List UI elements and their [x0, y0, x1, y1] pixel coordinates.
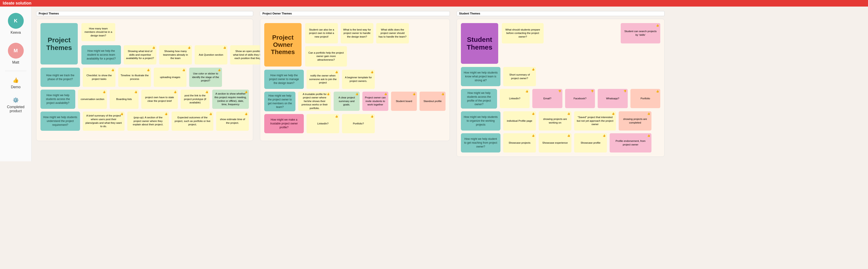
- hmw-access-profile: How might we help students access the pr…: [461, 89, 497, 109]
- student-themes-section: Student Themes Student Themes What shoul…: [457, 11, 664, 157]
- note-short-summary: 👍Short summary of project owner?: [503, 67, 536, 86]
- note-student-board: 👍Student board: [391, 92, 417, 111]
- project-themes-panel: Project Themes How many team members sho…: [36, 19, 253, 141]
- note-showcase-experience: 👍Showcase experience: [539, 133, 571, 152]
- note-ask-question: 👍Ask Question section: [195, 45, 227, 64]
- note-facebook-st: 👎Facebook?: [565, 89, 595, 108]
- note-post-link: 👍post the link to the project prototype …: [181, 90, 210, 109]
- note-whatsapp-st: 👎Whatsapp?: [598, 89, 627, 108]
- note-checklist: 👍Checklist: to show the project tasks: [83, 68, 116, 87]
- sidebar-label-matt: Matt: [12, 60, 19, 64]
- student-title: Student Themes: [461, 23, 498, 64]
- note-clear-project: 👍A clear project summary and goals.: [334, 92, 360, 111]
- note-estimate-time: 👍show estimate time of the project.: [216, 112, 249, 131]
- project-owner-themes-section: Project Owner Themes Project Owner Theme…: [260, 11, 450, 157]
- sidebar-item-demo[interactable]: 👍 Demo: [2, 76, 29, 91]
- sidebar-label-keeva: Keeva: [11, 31, 21, 35]
- note-showing-how-many: 👍Showing how many teammates already in t…: [159, 45, 192, 64]
- student-themes-panel: Student Themes What should students prep…: [457, 19, 664, 157]
- note-showing-working: 👍showing projects are working on: [539, 111, 571, 130]
- note-standout-profile: 👍Standout profile: [420, 92, 445, 111]
- note-email-st: 👎Email?: [532, 89, 562, 108]
- note-project-brief: 👍project own have to state clear the pro…: [141, 90, 178, 109]
- top-bar-label: Ideate solution: [3, 1, 31, 5]
- note-how-many-team: How many team members should be in a des…: [81, 23, 115, 41]
- note-best-way: What is the best way for project owner t…: [341, 23, 373, 43]
- completed-icon: ⚙️: [13, 97, 19, 103]
- note-notify-owner: 👍notify the owner when someone ask to jo…: [307, 70, 339, 89]
- note-portfolio-st: 👍Portfolio: [630, 89, 660, 108]
- project-owner-themes-panel: Project Owner Themes Student can also be…: [260, 19, 450, 141]
- hmw-get-members: How might we help the project owner to g…: [264, 92, 296, 111]
- note-expected-outcomes: 👍Expected outcomes of the project, such …: [172, 112, 213, 131]
- sidebar-item-keeva[interactable]: K Keeva: [2, 11, 29, 36]
- po-row-2: How might we help the project owner to g…: [264, 92, 445, 111]
- top-bar: Ideate solution: [0, 0, 868, 6]
- note-color-sticker: 👍Use color or sticker to identify the st…: [189, 68, 222, 87]
- hmw-strong-team: How might we help students know what pro…: [461, 67, 500, 86]
- row-2: How might we track the phase of the proj…: [40, 68, 249, 87]
- hmw-understand-req: How might we help students understand th…: [40, 112, 80, 131]
- sidebar-label-completed: Completed product: [4, 105, 27, 113]
- note-showing-completed: 👍showing projects are completed: [619, 111, 651, 130]
- note-skills-expertise: 👍Showing what kind of skills and experti…: [124, 45, 156, 64]
- note-showcase-projects: 👍Showcase projects: [503, 133, 536, 152]
- note-timeline: 👍Timeline: to illustrate the process: [118, 68, 151, 87]
- sidebar-divider: [5, 71, 26, 71]
- project-themes-title: Project Themes: [40, 23, 78, 64]
- hmw-manage-team: How might we help the project owner to m…: [264, 70, 304, 89]
- sidebar-item-matt[interactable]: M Matt: [2, 41, 29, 66]
- row-4: How might we help students understand th…: [40, 112, 249, 131]
- sidebar-label-demo: Demo: [11, 85, 21, 89]
- note-trustable-profile: 👍A trustable profile for project owner w…: [298, 92, 331, 111]
- project-owner-themes-badge: Project Owner Themes: [260, 11, 450, 16]
- note-student-also: Student can also be a project own to ini…: [305, 23, 338, 43]
- note-uploading-images: 👍uploading images: [154, 68, 186, 87]
- sidebar-item-completed[interactable]: ⚙️ Completed product: [2, 95, 29, 115]
- st-row-2: How might we help students access the pr…: [461, 89, 660, 109]
- note-conversation: 👍conversation section: [78, 90, 107, 109]
- hmw-access-availability: How might we help students access the pr…: [40, 90, 75, 109]
- avatar-matt: M: [8, 43, 24, 59]
- project-owner-title: Project Owner Themes: [264, 23, 302, 66]
- note-popup: 👍(pop-up): A section of the project owne…: [127, 112, 169, 131]
- canvas-inner: Project Themes Project Themes How many t…: [36, 11, 864, 157]
- note-brief-summary: 👍A brief summary of the project where us…: [83, 112, 125, 131]
- note-meeting-section: 👍A section to show whether this project …: [212, 90, 249, 109]
- hmw-access-team: How might we help the student to access …: [81, 45, 121, 64]
- note-what-skills: What skills does the project owner shoul…: [376, 23, 409, 43]
- note-beginner-template: 👍A beginner template for project owners.: [342, 70, 375, 89]
- hmw-get-reaching: How might we help student to get reachin…: [461, 133, 500, 152]
- note-profile-endorsement: 👍Profile endorsement, from project owner: [610, 133, 651, 152]
- note-portfolio-po: 👍Portfolio?: [342, 114, 375, 133]
- sidebar: K Keeva M Matt 👍 Demo ⚙️ Completed produ…: [0, 6, 32, 161]
- note-portfolio-attract: Can a portfolio help the project owner g…: [305, 46, 347, 66]
- student-themes-badge: Student Themes: [457, 11, 664, 16]
- note-boarding-lists: 👍Boarding lists: [110, 90, 138, 109]
- note-linkedin-po: 👍LinkedIn?: [307, 114, 339, 133]
- st-row-1: How might we help students know what pro…: [461, 67, 660, 86]
- project-themes-section: Project Themes Project Themes How many t…: [36, 11, 253, 157]
- st-row-4: How might we help student to get reachin…: [461, 133, 660, 152]
- hmw-track-phase: How might we track the phase of the proj…: [40, 68, 80, 87]
- demo-icon: 👍: [13, 78, 19, 83]
- note-saved-project: 👍"Saved" project that interested but not…: [574, 111, 616, 130]
- hmw-organize-projects: How might we help students to organize t…: [461, 111, 500, 130]
- st-row-3: How might we help students to organize t…: [461, 111, 660, 130]
- canvas: Project Themes Project Themes How many t…: [32, 6, 868, 161]
- note-what-prepare: What should students prepare before cont…: [502, 23, 544, 43]
- note-linkedin-st: 👍LinkedIn?: [500, 89, 530, 108]
- hmw-trustable-profile: How might we make a trustable project ow…: [264, 114, 304, 133]
- note-showcase-profile: 👍Showcase profile: [574, 133, 607, 152]
- avatar-keeva: K: [8, 13, 24, 29]
- project-themes-badge: Project Themes: [36, 11, 253, 16]
- note-search-skills: 👍Student can search projects by 'skills': [621, 23, 660, 43]
- note-invite-students: 👍Project owner can invite students to wo…: [362, 92, 388, 111]
- po-row-1: How might we help the project owner to m…: [264, 70, 445, 89]
- row-3: How might we help students access the pr…: [40, 90, 249, 109]
- note-individual-profile: 👍individual Profile page: [503, 111, 536, 130]
- po-row-3: How might we make a trustable project ow…: [264, 114, 445, 133]
